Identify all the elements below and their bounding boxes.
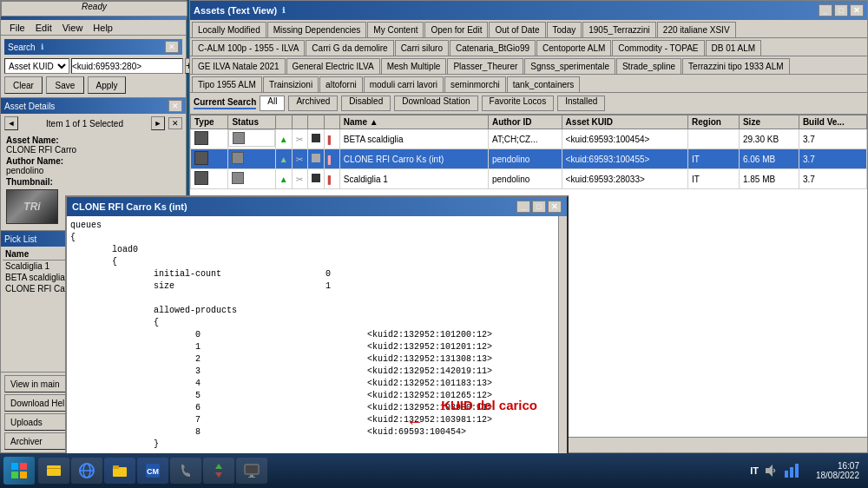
table-row[interactable]: ▲ ✂ ▌ Scaldiglia 1 pendolino <kuid:69593… bbox=[191, 169, 867, 189]
row-size: 1.85 MB bbox=[739, 169, 799, 189]
col-icon3[interactable] bbox=[307, 115, 324, 129]
save-button[interactable]: Save bbox=[46, 76, 84, 94]
taskbar-btn3[interactable] bbox=[104, 458, 135, 484]
tab-carri-g[interactable]: Carri G da demolire bbox=[306, 40, 393, 56]
taskbar-cm-button[interactable]: CM bbox=[137, 458, 168, 484]
tab-general-electric[interactable]: General Electric ILVA bbox=[286, 58, 380, 74]
tab-tank[interactable]: tank_containers bbox=[507, 76, 581, 92]
float-minimize-button[interactable]: _ bbox=[516, 201, 530, 213]
network-icon[interactable] bbox=[783, 462, 800, 479]
nav-prev-button[interactable]: ◄ bbox=[4, 116, 18, 130]
tab-terrazzini1933[interactable]: Terrazzini tipo 1933 ALM bbox=[682, 58, 790, 74]
col-region[interactable]: Region bbox=[687, 115, 739, 129]
col-build[interactable]: Build Ve... bbox=[799, 115, 866, 129]
assets-minimize-button[interactable]: _ bbox=[819, 4, 832, 16]
menu-file[interactable]: File bbox=[4, 22, 30, 34]
asset-details-close[interactable]: ✕ bbox=[168, 117, 182, 129]
col-name[interactable]: Name ▲ bbox=[339, 115, 488, 129]
col-type[interactable]: Type bbox=[191, 115, 228, 129]
start-button[interactable] bbox=[3, 457, 35, 485]
current-search-tab[interactable]: Current Search bbox=[194, 97, 256, 109]
row-icon3 bbox=[307, 169, 324, 189]
download-station-tab[interactable]: Download Station bbox=[394, 96, 477, 111]
tab-1905-terrazzini[interactable]: 1905_Terrazzini bbox=[582, 22, 656, 37]
speaker-icon[interactable] bbox=[762, 462, 779, 479]
row-name: CLONE RFI Carro Ks (int) bbox=[339, 149, 488, 169]
search-collapse-button[interactable]: ✕ bbox=[165, 41, 179, 53]
tab-missing-deps[interactable]: Missing Dependencies bbox=[267, 22, 367, 37]
taskbar-browser-button[interactable] bbox=[71, 458, 102, 484]
tab-altoforni[interactable]: altoforni bbox=[319, 76, 363, 92]
assets-close-button[interactable]: ✕ bbox=[850, 4, 864, 16]
archived-tab[interactable]: Archived bbox=[288, 96, 338, 111]
clear-button[interactable]: Clear bbox=[4, 76, 43, 94]
svg-rect-5 bbox=[47, 468, 61, 469]
asset-name-label: Asset Name: bbox=[6, 135, 181, 145]
search-section: Search ℹ ✕ Asset KUID + Clear Save Apply bbox=[1, 36, 186, 98]
nav-next-button[interactable]: ► bbox=[151, 116, 165, 130]
row-icon2: ✂ bbox=[292, 149, 307, 169]
tab-carri-siluro[interactable]: Carri siluro bbox=[395, 40, 449, 56]
installed-tab[interactable]: Installed bbox=[557, 96, 605, 111]
tab-220-italiane[interactable]: 220 italiane XSIV bbox=[657, 22, 736, 37]
tab-db01[interactable]: DB 01 ALM bbox=[706, 40, 762, 56]
table-row[interactable]: ▲ ✂ ▌ BETA scaldiglia AT;CH;CZ... <kuid:… bbox=[191, 129, 867, 149]
search-input[interactable] bbox=[71, 58, 183, 74]
col-size[interactable]: Size bbox=[739, 115, 799, 129]
col-status[interactable]: Status bbox=[228, 115, 275, 129]
assets-maximize-button[interactable]: □ bbox=[834, 4, 848, 16]
tab-catenaria[interactable]: Catenaria_BtGio99 bbox=[450, 40, 536, 56]
asset-details-collapse[interactable]: ✕ bbox=[168, 100, 182, 112]
table-row[interactable]: ▲ ✂ ▌ CLONE RFI Carro Ks (int) pendolino… bbox=[191, 149, 867, 169]
svg-rect-20 bbox=[790, 467, 793, 478]
col-kuid[interactable]: Asset KUID bbox=[562, 115, 687, 129]
assets-title-buttons: _ □ ✕ bbox=[819, 4, 864, 16]
col-icon1[interactable] bbox=[275, 115, 292, 129]
float-close-button[interactable]: ✕ bbox=[548, 201, 562, 213]
tab-out-of-date[interactable]: Out of Date bbox=[489, 22, 545, 37]
all-tab[interactable]: All bbox=[260, 96, 285, 111]
tab-locally-modified[interactable]: Locally Modified bbox=[192, 22, 266, 37]
apply-button[interactable]: Apply bbox=[88, 76, 126, 94]
taskbar-phone-button[interactable] bbox=[170, 458, 201, 484]
row-icon3 bbox=[307, 129, 324, 149]
col-icon2[interactable] bbox=[292, 115, 307, 129]
tab-strade[interactable]: Strade_spline bbox=[616, 58, 681, 74]
favorite-locos-tab[interactable]: Favorite Locos bbox=[482, 96, 555, 111]
tab-trainsizioni[interactable]: Trainsizioni bbox=[263, 76, 319, 92]
tab-ge-ilva[interactable]: GE ILVA Natale 2021 bbox=[192, 58, 286, 74]
tab-moduli[interactable]: moduli carri lavori bbox=[364, 76, 444, 92]
thumbnail-text: TRi bbox=[23, 201, 40, 213]
float-maximize-button[interactable]: □ bbox=[532, 201, 546, 213]
menu-edit[interactable]: Edit bbox=[30, 22, 57, 34]
tab-calm100p[interactable]: C-ALM 100p - 1955 - ILVA bbox=[192, 40, 305, 56]
tray-clock[interactable]: 16:07 18/08/2022 bbox=[811, 461, 865, 480]
col-author[interactable]: Author ID bbox=[488, 115, 562, 129]
taskbar-explorer-button[interactable] bbox=[38, 458, 69, 484]
tab-centoporte[interactable]: Centoporte ALM bbox=[536, 40, 611, 56]
float-dialog: CLONE RFI Carro Ks (int) _ □ ✕ queues { … bbox=[65, 195, 569, 488]
svg-rect-4 bbox=[47, 465, 61, 476]
tab-seminmorchi[interactable]: seminmorchi bbox=[444, 76, 506, 92]
search-toolbar: Current Search All Archived Disabled Dow… bbox=[190, 93, 867, 115]
search-info-icon: ℹ bbox=[41, 43, 43, 51]
tab-my-content[interactable]: My Content bbox=[367, 22, 424, 37]
tab-sgnss[interactable]: Sgnss_sperimentale bbox=[524, 58, 615, 74]
search-type-select[interactable]: Asset KUID bbox=[4, 58, 69, 74]
tab-today[interactable]: Today bbox=[547, 22, 582, 37]
col-icon4[interactable] bbox=[324, 115, 339, 129]
tab-mesh-multiple[interactable]: Mesh Multiple bbox=[381, 58, 447, 74]
tab-plasser[interactable]: Plasser_Theurer bbox=[447, 58, 523, 74]
menu-help[interactable]: Help bbox=[88, 22, 118, 34]
taskbar-monitor-button[interactable] bbox=[236, 458, 267, 484]
menu-view[interactable]: View bbox=[57, 22, 89, 34]
windows-icon bbox=[10, 462, 28, 479]
asset-details-nav: ◄ Item 1 of 1 Selected ► ✕ bbox=[1, 114, 186, 133]
float-scrollbar[interactable] bbox=[558, 216, 567, 477]
tab-open-for-edit[interactable]: Open for Edit bbox=[424, 22, 488, 37]
tab-commodity[interactable]: Commodity - TOPAE bbox=[612, 40, 704, 56]
tab-tipo1955[interactable]: Tipo 1955 ALM bbox=[192, 76, 262, 92]
disabled-tab[interactable]: Disabled bbox=[341, 96, 391, 111]
taskbar: CM IT 16:07 18/08/2022 bbox=[0, 453, 868, 488]
taskbar-arrows-button[interactable] bbox=[203, 458, 234, 484]
